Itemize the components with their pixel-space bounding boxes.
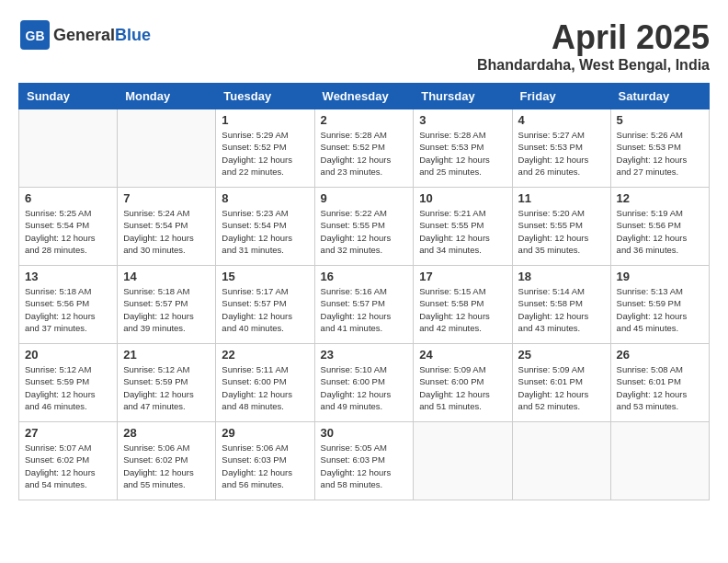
calendar-cell	[118, 109, 216, 188]
day-number: 19	[617, 270, 703, 283]
day-info: Sunrise: 5:22 AM Sunset: 5:55 PM Dayligh…	[321, 207, 408, 256]
day-info: Sunrise: 5:19 AM Sunset: 5:56 PM Dayligh…	[617, 207, 703, 256]
day-info: Sunrise: 5:12 AM Sunset: 5:59 PM Dayligh…	[25, 363, 111, 412]
col-header-friday: Friday	[512, 84, 610, 109]
calendar-cell: 19Sunrise: 5:13 AM Sunset: 5:59 PM Dayli…	[610, 266, 709, 344]
calendar-cell: 23Sunrise: 5:10 AM Sunset: 6:00 PM Dayli…	[314, 344, 414, 422]
day-number: 30	[321, 426, 408, 440]
week-row-4: 20Sunrise: 5:12 AM Sunset: 5:59 PM Dayli…	[19, 344, 710, 422]
day-info: Sunrise: 5:15 AM Sunset: 5:58 PM Dayligh…	[419, 285, 506, 334]
col-header-thursday: Thursday	[414, 84, 512, 109]
day-info: Sunrise: 5:20 AM Sunset: 5:55 PM Dayligh…	[518, 207, 605, 256]
page-header: GB GeneralBlue April 2025 Bhandardaha, W…	[18, 18, 710, 74]
calendar-cell	[414, 422, 512, 500]
day-info: Sunrise: 5:11 AM Sunset: 6:00 PM Dayligh…	[222, 363, 308, 412]
day-info: Sunrise: 5:10 AM Sunset: 6:00 PM Dayligh…	[321, 363, 408, 412]
logo-general-text: General	[53, 26, 115, 44]
calendar-cell: 7Sunrise: 5:24 AM Sunset: 5:54 PM Daylig…	[118, 188, 216, 266]
day-number: 5	[617, 113, 703, 127]
day-number: 15	[222, 270, 308, 283]
month-title: April 2025	[477, 18, 710, 57]
day-number: 4	[518, 113, 605, 127]
day-number: 6	[25, 191, 111, 205]
logo-icon: GB	[18, 18, 51, 52]
col-header-monday: Monday	[118, 84, 216, 109]
day-number: 3	[419, 113, 506, 127]
day-info: Sunrise: 5:28 AM Sunset: 5:53 PM Dayligh…	[419, 129, 506, 178]
day-number: 27	[25, 426, 111, 440]
calendar-cell: 18Sunrise: 5:14 AM Sunset: 5:58 PM Dayli…	[512, 266, 610, 344]
day-number: 8	[222, 191, 308, 205]
day-info: Sunrise: 5:25 AM Sunset: 5:54 PM Dayligh…	[25, 207, 111, 256]
calendar-cell: 4Sunrise: 5:27 AM Sunset: 5:53 PM Daylig…	[512, 109, 610, 188]
day-number: 11	[518, 191, 605, 205]
calendar-cell: 24Sunrise: 5:09 AM Sunset: 6:00 PM Dayli…	[414, 344, 512, 422]
day-number: 23	[321, 348, 408, 362]
svg-text:GB: GB	[26, 29, 45, 43]
calendar-cell: 28Sunrise: 5:06 AM Sunset: 6:02 PM Dayli…	[118, 422, 216, 500]
calendar-cell: 11Sunrise: 5:20 AM Sunset: 5:55 PM Dayli…	[512, 188, 610, 266]
calendar-cell: 8Sunrise: 5:23 AM Sunset: 5:54 PM Daylig…	[216, 188, 314, 266]
day-number: 21	[123, 348, 210, 362]
day-number: 14	[123, 270, 210, 283]
calendar-cell: 17Sunrise: 5:15 AM Sunset: 5:58 PM Dayli…	[414, 266, 512, 344]
calendar-cell: 13Sunrise: 5:18 AM Sunset: 5:56 PM Dayli…	[19, 266, 118, 344]
calendar-table: SundayMondayTuesdayWednesdayThursdayFrid…	[18, 83, 710, 500]
day-info: Sunrise: 5:07 AM Sunset: 6:02 PM Dayligh…	[25, 442, 111, 490]
calendar-cell: 10Sunrise: 5:21 AM Sunset: 5:55 PM Dayli…	[414, 188, 512, 266]
calendar-cell	[19, 109, 118, 188]
calendar-cell: 12Sunrise: 5:19 AM Sunset: 5:56 PM Dayli…	[610, 188, 709, 266]
title-area: April 2025 Bhandardaha, West Bengal, Ind…	[477, 18, 710, 74]
calendar-cell: 25Sunrise: 5:09 AM Sunset: 6:01 PM Dayli…	[512, 344, 610, 422]
calendar-cell: 27Sunrise: 5:07 AM Sunset: 6:02 PM Dayli…	[19, 422, 118, 500]
calendar-cell: 3Sunrise: 5:28 AM Sunset: 5:53 PM Daylig…	[414, 109, 512, 188]
week-row-3: 13Sunrise: 5:18 AM Sunset: 5:56 PM Dayli…	[19, 266, 710, 344]
day-info: Sunrise: 5:09 AM Sunset: 6:01 PM Dayligh…	[518, 363, 605, 412]
day-info: Sunrise: 5:29 AM Sunset: 5:52 PM Dayligh…	[222, 129, 308, 178]
day-number: 13	[25, 270, 111, 283]
col-header-sunday: Sunday	[19, 84, 118, 109]
calendar-cell: 30Sunrise: 5:05 AM Sunset: 6:03 PM Dayli…	[314, 422, 414, 500]
day-info: Sunrise: 5:28 AM Sunset: 5:52 PM Dayligh…	[321, 129, 408, 178]
day-number: 26	[617, 348, 703, 362]
calendar-cell: 29Sunrise: 5:06 AM Sunset: 6:03 PM Dayli…	[216, 422, 314, 500]
day-info: Sunrise: 5:13 AM Sunset: 5:59 PM Dayligh…	[617, 285, 703, 334]
calendar-cell: 6Sunrise: 5:25 AM Sunset: 5:54 PM Daylig…	[19, 188, 118, 266]
day-number: 18	[518, 270, 605, 283]
day-number: 20	[25, 348, 111, 362]
location-title: Bhandardaha, West Bengal, India	[477, 57, 710, 74]
day-info: Sunrise: 5:14 AM Sunset: 5:58 PM Dayligh…	[518, 285, 605, 334]
calendar-cell: 2Sunrise: 5:28 AM Sunset: 5:52 PM Daylig…	[314, 109, 414, 188]
day-info: Sunrise: 5:08 AM Sunset: 6:01 PM Dayligh…	[617, 363, 703, 412]
calendar-cell: 1Sunrise: 5:29 AM Sunset: 5:52 PM Daylig…	[216, 109, 314, 188]
day-info: Sunrise: 5:26 AM Sunset: 5:53 PM Dayligh…	[617, 129, 703, 178]
day-number: 22	[222, 348, 308, 362]
day-info: Sunrise: 5:24 AM Sunset: 5:54 PM Dayligh…	[123, 207, 210, 256]
col-header-tuesday: Tuesday	[216, 84, 314, 109]
day-number: 25	[518, 348, 605, 362]
day-number: 12	[617, 191, 703, 205]
day-number: 16	[321, 270, 408, 283]
day-info: Sunrise: 5:06 AM Sunset: 6:02 PM Dayligh…	[123, 442, 210, 490]
col-header-saturday: Saturday	[610, 84, 709, 109]
day-number: 29	[222, 426, 308, 440]
day-info: Sunrise: 5:21 AM Sunset: 5:55 PM Dayligh…	[419, 207, 506, 256]
day-info: Sunrise: 5:09 AM Sunset: 6:00 PM Dayligh…	[419, 363, 506, 412]
col-header-wednesday: Wednesday	[314, 84, 414, 109]
day-info: Sunrise: 5:17 AM Sunset: 5:57 PM Dayligh…	[222, 285, 308, 334]
calendar-cell: 21Sunrise: 5:12 AM Sunset: 5:59 PM Dayli…	[118, 344, 216, 422]
day-number: 28	[123, 426, 210, 440]
logo: GB GeneralBlue	[18, 18, 151, 52]
day-info: Sunrise: 5:27 AM Sunset: 5:53 PM Dayligh…	[518, 129, 605, 178]
calendar-cell: 14Sunrise: 5:18 AM Sunset: 5:57 PM Dayli…	[118, 266, 216, 344]
calendar-cell: 26Sunrise: 5:08 AM Sunset: 6:01 PM Dayli…	[610, 344, 709, 422]
week-row-2: 6Sunrise: 5:25 AM Sunset: 5:54 PM Daylig…	[19, 188, 710, 266]
day-number: 10	[419, 191, 506, 205]
day-number: 17	[419, 270, 506, 283]
day-info: Sunrise: 5:06 AM Sunset: 6:03 PM Dayligh…	[222, 442, 308, 490]
day-number: 9	[321, 191, 408, 205]
calendar-cell	[512, 422, 610, 500]
calendar-cell: 20Sunrise: 5:12 AM Sunset: 5:59 PM Dayli…	[19, 344, 118, 422]
day-info: Sunrise: 5:18 AM Sunset: 5:57 PM Dayligh…	[123, 285, 210, 334]
day-number: 7	[123, 191, 210, 205]
